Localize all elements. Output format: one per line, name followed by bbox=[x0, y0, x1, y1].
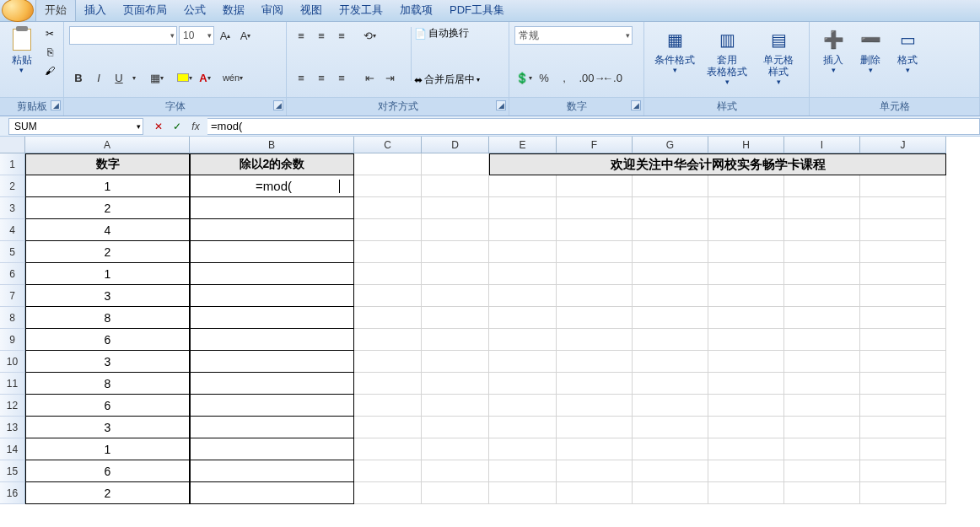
cell-H8[interactable] bbox=[708, 307, 784, 329]
cell-G6[interactable] bbox=[633, 263, 708, 285]
cut-button[interactable]: ✂ bbox=[41, 25, 58, 42]
cell-G15[interactable] bbox=[633, 460, 708, 482]
cell-D6[interactable] bbox=[422, 263, 489, 285]
cell-E13[interactable] bbox=[489, 417, 557, 438]
cell-H4[interactable] bbox=[708, 219, 784, 241]
currency-button[interactable]: 💲▾ bbox=[514, 68, 533, 87]
tab-formulas[interactable]: 公式 bbox=[175, 0, 214, 21]
increase-decimal-button[interactable]: .00→ bbox=[583, 68, 601, 87]
cell-G14[interactable] bbox=[633, 438, 708, 460]
row-header-5[interactable]: 5 bbox=[0, 241, 25, 263]
cell-D14[interactable] bbox=[422, 438, 489, 460]
cell-C9[interactable] bbox=[354, 329, 422, 351]
cell-A12[interactable]: 6 bbox=[25, 395, 190, 417]
cell-F4[interactable] bbox=[557, 219, 633, 241]
cell-I13[interactable] bbox=[784, 417, 860, 438]
cell-C2[interactable] bbox=[354, 175, 422, 197]
cell-B10[interactable] bbox=[190, 351, 354, 373]
cell-C7[interactable] bbox=[354, 285, 422, 307]
cell-D15[interactable] bbox=[422, 460, 489, 482]
row-header-12[interactable]: 12 bbox=[0, 395, 25, 417]
cell-I16[interactable] bbox=[784, 482, 860, 504]
cell-A10[interactable]: 3 bbox=[25, 351, 190, 373]
row-header-1[interactable]: 1 bbox=[0, 153, 25, 175]
cell-J7[interactable] bbox=[860, 285, 946, 307]
wrap-text-button[interactable]: 📄 自动换行 bbox=[414, 26, 503, 40]
cell-G13[interactable] bbox=[633, 417, 708, 438]
cancel-formula-button[interactable]: ✕ bbox=[150, 119, 167, 134]
cell-E11[interactable] bbox=[489, 373, 557, 395]
cell-H5[interactable] bbox=[708, 241, 784, 263]
cells-area[interactable]: 数字除以2的余数欢迎关注中华会计网校实务畅学卡课程1=mod(242138638… bbox=[25, 153, 980, 504]
cell-B4[interactable] bbox=[190, 219, 354, 241]
cell-C12[interactable] bbox=[354, 395, 422, 417]
row-header-9[interactable]: 9 bbox=[0, 329, 25, 351]
cell-E16[interactable] bbox=[489, 482, 557, 504]
cell-E4[interactable] bbox=[489, 219, 557, 241]
cell-A9[interactable]: 6 bbox=[25, 329, 190, 351]
cell-F5[interactable] bbox=[557, 241, 633, 263]
cell-E9[interactable] bbox=[489, 329, 557, 351]
cell-A14[interactable]: 1 bbox=[25, 438, 190, 460]
insert-cells-button[interactable]: ➕ 插入▾ bbox=[815, 25, 852, 76]
cell-J11[interactable] bbox=[860, 373, 946, 395]
increase-indent-button[interactable]: ⇥ bbox=[380, 68, 399, 87]
cell-A15[interactable]: 6 bbox=[25, 460, 190, 482]
cell-G9[interactable] bbox=[633, 329, 708, 351]
cell-J3[interactable] bbox=[860, 197, 946, 219]
cell-A1[interactable]: 数字 bbox=[25, 153, 190, 175]
font-color-button[interactable]: A▾ bbox=[196, 68, 214, 87]
cell-F9[interactable] bbox=[557, 329, 633, 351]
cell-C15[interactable] bbox=[354, 460, 422, 482]
cell-B9[interactable] bbox=[190, 329, 354, 351]
tab-review[interactable]: 审阅 bbox=[253, 0, 292, 21]
cell-F14[interactable] bbox=[557, 438, 633, 460]
cell-J6[interactable] bbox=[860, 263, 946, 285]
cell-F11[interactable] bbox=[557, 373, 633, 395]
cell-D8[interactable] bbox=[422, 307, 489, 329]
cell-B7[interactable] bbox=[190, 285, 354, 307]
cell-C16[interactable] bbox=[354, 482, 422, 504]
cell-H10[interactable] bbox=[708, 351, 784, 373]
format-painter-button[interactable]: 🖌 bbox=[41, 62, 58, 79]
banner-cell[interactable]: 欢迎关注中华会计网校实务畅学卡课程 bbox=[489, 153, 946, 175]
cell-G11[interactable] bbox=[633, 373, 708, 395]
bold-button[interactable]: B bbox=[69, 68, 88, 87]
cell-C5[interactable] bbox=[354, 241, 422, 263]
align-right-button[interactable]: ≡ bbox=[332, 68, 351, 87]
cell-H6[interactable] bbox=[708, 263, 784, 285]
cell-G16[interactable] bbox=[633, 482, 708, 504]
cell-H12[interactable] bbox=[708, 395, 784, 417]
cell-E8[interactable] bbox=[489, 307, 557, 329]
cell-C10[interactable] bbox=[354, 351, 422, 373]
cell-F3[interactable] bbox=[557, 197, 633, 219]
cell-C13[interactable] bbox=[354, 417, 422, 438]
tab-pdf-tools[interactable]: PDF工具集 bbox=[441, 0, 513, 21]
fill-color-button[interactable]: ▾ bbox=[175, 68, 194, 87]
cell-D11[interactable] bbox=[422, 373, 489, 395]
tab-insert[interactable]: 插入 bbox=[76, 0, 115, 21]
cell-G10[interactable] bbox=[633, 351, 708, 373]
row-header-11[interactable]: 11 bbox=[0, 373, 25, 395]
enter-formula-button[interactable]: ✓ bbox=[169, 119, 186, 134]
cell-E6[interactable] bbox=[489, 263, 557, 285]
cell-B2[interactable]: =mod( bbox=[190, 175, 354, 197]
underline-button[interactable]: U bbox=[110, 68, 128, 87]
cell-B8[interactable] bbox=[190, 307, 354, 329]
font-dialog-launcher[interactable]: ◢ bbox=[273, 100, 283, 110]
cell-J12[interactable] bbox=[860, 395, 946, 417]
cell-G12[interactable] bbox=[633, 395, 708, 417]
cell-F15[interactable] bbox=[557, 460, 633, 482]
cell-J14[interactable] bbox=[860, 438, 946, 460]
tab-page-layout[interactable]: 页面布局 bbox=[115, 0, 175, 21]
cell-I7[interactable] bbox=[784, 285, 860, 307]
cell-H11[interactable] bbox=[708, 373, 784, 395]
tab-home[interactable]: 开始 bbox=[35, 0, 76, 21]
name-box-dropdown-icon[interactable]: ▾ bbox=[137, 122, 141, 131]
cell-I11[interactable] bbox=[784, 373, 860, 395]
cell-I14[interactable] bbox=[784, 438, 860, 460]
row-header-6[interactable]: 6 bbox=[0, 263, 25, 285]
cell-F12[interactable] bbox=[557, 395, 633, 417]
cell-I5[interactable] bbox=[784, 241, 860, 263]
cell-B12[interactable] bbox=[190, 395, 354, 417]
